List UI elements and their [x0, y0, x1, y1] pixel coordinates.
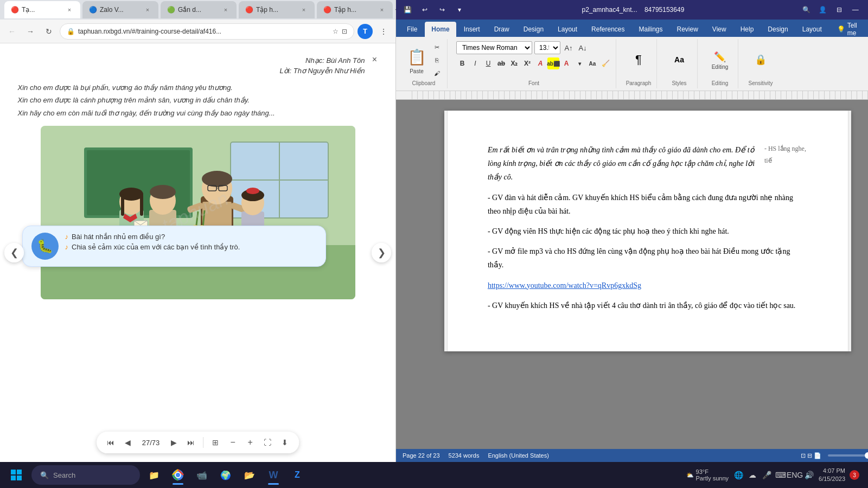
font-grow-button[interactable]: A↑ — [563, 42, 575, 54]
italic-button[interactable]: I — [469, 57, 481, 69]
volume-icon[interactable]: 🔊 — [803, 470, 814, 480]
text-effects-button[interactable]: A — [534, 57, 546, 69]
notification-badge[interactable]: 3 — [850, 470, 859, 480]
tab-close-3[interactable]: × — [221, 5, 230, 14]
zoom-out-button[interactable]: − — [225, 435, 240, 450]
ribbon-tell-me[interactable]: 💡 Tell me — [831, 22, 864, 37]
clear-format-button[interactable]: 🧹 — [599, 57, 611, 69]
slide-prev-button[interactable]: ❮ — [4, 243, 24, 262]
ribbon-tab-design[interactable]: Design — [517, 22, 550, 37]
start-button[interactable] — [4, 463, 28, 487]
word-undo-icon[interactable]: ↩ — [418, 3, 432, 17]
profile-avatar[interactable]: T — [358, 24, 373, 39]
forward-button[interactable]: → — [23, 24, 38, 39]
word-maximize[interactable]: □ — [865, 3, 868, 17]
ribbon-tab-home[interactable]: Home — [425, 22, 456, 37]
ribbon-tab-insert[interactable]: Insert — [457, 22, 487, 37]
editing-button[interactable]: ✏️ Editing — [706, 48, 733, 73]
ribbon-tab-ref[interactable]: References — [585, 22, 631, 37]
cloud-icon[interactable]: ☁ — [747, 470, 758, 480]
tab-zalo[interactable]: 🔵 Zalo V... × — [82, 1, 158, 18]
word-redo-icon[interactable]: ↪ — [435, 3, 449, 17]
youtube-link[interactable]: https://www.youtube.com/watch?v=qRvp6gxk… — [488, 281, 641, 290]
fullscreen-button[interactable]: ⛶ — [260, 435, 275, 450]
cut-button[interactable]: ✂ — [431, 41, 443, 53]
word-user-icon[interactable]: 👤 — [816, 3, 830, 17]
word-minimize[interactable]: — — [848, 3, 863, 17]
ribbon-share[interactable]: Share — [865, 22, 868, 37]
browser-menu-button[interactable]: ⋮ — [376, 24, 391, 39]
word-ribbon-icon[interactable]: ⊟ — [832, 3, 846, 17]
ribbon-tab-review[interactable]: Review — [671, 22, 705, 37]
grid-view-button[interactable]: ⊞ — [208, 435, 223, 450]
styles-button[interactable]: Aa — [666, 52, 693, 68]
font-family-select[interactable]: Times New Roman — [456, 41, 532, 54]
back-button[interactable]: ← — [4, 24, 20, 39]
tab-active[interactable]: 🔴 Tạ... × — [4, 1, 80, 18]
font-size-select[interactable]: 13.5 — [534, 41, 560, 54]
slide-close-button[interactable]: × — [367, 52, 382, 67]
address-bar[interactable]: 🔒 taphuan.nxbgd.vn/#/training-course-det… — [60, 23, 354, 40]
ribbon-tab-design2[interactable]: Design — [761, 22, 794, 37]
case-button[interactable]: Aa — [586, 57, 598, 69]
tab-close-2[interactable]: × — [143, 5, 152, 14]
language-icon[interactable]: ENG — [789, 470, 800, 480]
ribbon-tab-layout[interactable]: Layout — [551, 22, 584, 37]
font-color-arrow[interactable]: ▾ — [573, 57, 585, 69]
paste-button[interactable]: 📋 Paste — [405, 44, 429, 76]
taskbar-app-chrome[interactable] — [167, 464, 189, 486]
next-page-button[interactable]: ▶ — [166, 435, 181, 450]
zoom-slider[interactable] — [828, 454, 868, 457]
format-painter-button[interactable]: 🖌 — [431, 67, 443, 79]
document-area[interactable]: Em rất biết ơn và trân trọng những tình … — [396, 100, 868, 449]
split-view-icon[interactable]: ⊡ — [342, 28, 347, 35]
doc-link[interactable]: https://www.youtube.com/watch?v=qRvp6gxk… — [488, 279, 808, 292]
font-color-button[interactable]: A — [560, 57, 572, 69]
word-search-icon[interactable]: 🔍 — [800, 3, 814, 17]
zoom-in-button[interactable]: + — [242, 435, 258, 450]
taskbar-app-explorer[interactable]: 📁 — [143, 464, 165, 486]
network-icon[interactable]: 🌐 — [733, 470, 744, 480]
prev-page-button[interactable]: ◀ — [120, 435, 136, 450]
bold-button[interactable]: B — [456, 57, 468, 69]
ribbon-tab-mail[interactable]: Mailings — [632, 22, 669, 37]
last-page-button[interactable]: ⏭ — [183, 435, 199, 450]
search-bar[interactable]: 🔍 Search — [31, 465, 140, 485]
star-icon[interactable]: ☆ — [333, 28, 339, 35]
subscript-button[interactable]: X₂ — [508, 57, 520, 69]
word-save-icon[interactable]: 💾 — [400, 3, 414, 17]
ribbon-tab-file[interactable]: File — [400, 22, 424, 37]
tab-close-1[interactable]: × — [65, 5, 74, 14]
ribbon-tab-layout2[interactable]: Layout — [796, 22, 828, 37]
first-page-button[interactable]: ⏮ — [103, 435, 118, 450]
taskbar-app-edge[interactable]: 🌍 — [215, 464, 237, 486]
taskbar-app-zoom[interactable]: Z — [286, 464, 308, 486]
slide-next-button[interactable]: ❯ — [372, 243, 391, 262]
taskbar-app-teams[interactable]: 📹 — [191, 464, 213, 486]
mic-icon[interactable]: 🎤 — [761, 470, 772, 480]
superscript-button[interactable]: X² — [521, 57, 533, 69]
taskbar-app-word[interactable]: W — [263, 464, 284, 486]
keyboard-icon[interactable]: ⌨ — [775, 470, 786, 480]
tab-close-5[interactable]: × — [378, 5, 386, 14]
weather-widget[interactable]: ⛅ 93°F Partly sunny — [686, 468, 729, 481]
ribbon-tab-draw[interactable]: Draw — [488, 22, 516, 37]
sensitivity-button[interactable]: 🔒 — [747, 50, 774, 70]
taskbar-app-files[interactable]: 📂 — [239, 464, 260, 486]
copy-button[interactable]: ⎘ — [431, 54, 443, 66]
tab-taph1[interactable]: 🔴 Tập h... × — [239, 1, 315, 18]
download-button[interactable]: ⬇ — [277, 435, 292, 450]
underline-button[interactable]: U — [482, 57, 494, 69]
ribbon-tab-help[interactable]: Help — [734, 22, 761, 37]
highlight-button[interactable]: ab⬛ — [547, 57, 559, 69]
strikethrough-button[interactable]: ab — [495, 57, 507, 69]
font-shrink-button[interactable]: A↓ — [577, 42, 589, 54]
ribbon-tab-view[interactable]: View — [706, 22, 733, 37]
reload-button[interactable]: ↻ — [41, 24, 56, 39]
tab-taph2[interactable]: 🔴 Tập h... × — [317, 1, 393, 18]
word-custom-toolbar[interactable]: ▾ — [452, 3, 467, 17]
system-clock[interactable]: 4:07 PM 6/15/2023 — [819, 467, 845, 484]
tab-gand[interactable]: 🟢 Gắn d... × — [161, 1, 237, 18]
tab-close-4[interactable]: × — [299, 5, 308, 14]
paragraph-settings-button[interactable]: ¶ — [625, 49, 652, 71]
